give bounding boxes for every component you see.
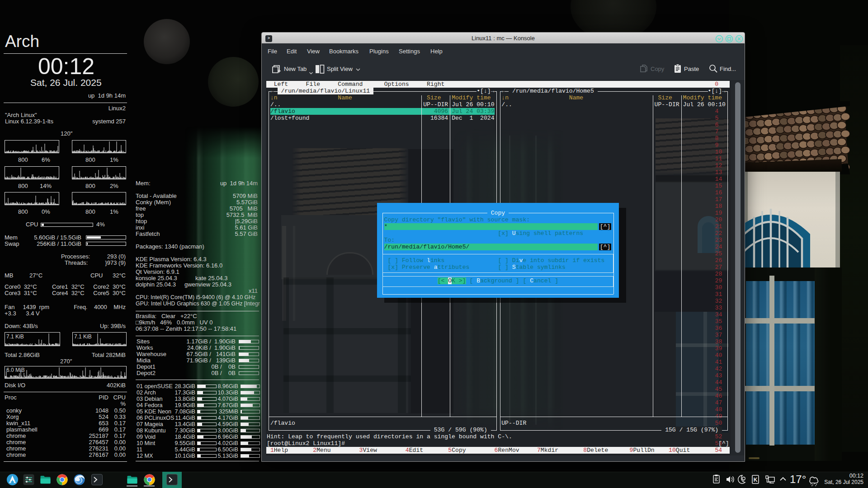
svg-text:K: K [754,477,758,483]
